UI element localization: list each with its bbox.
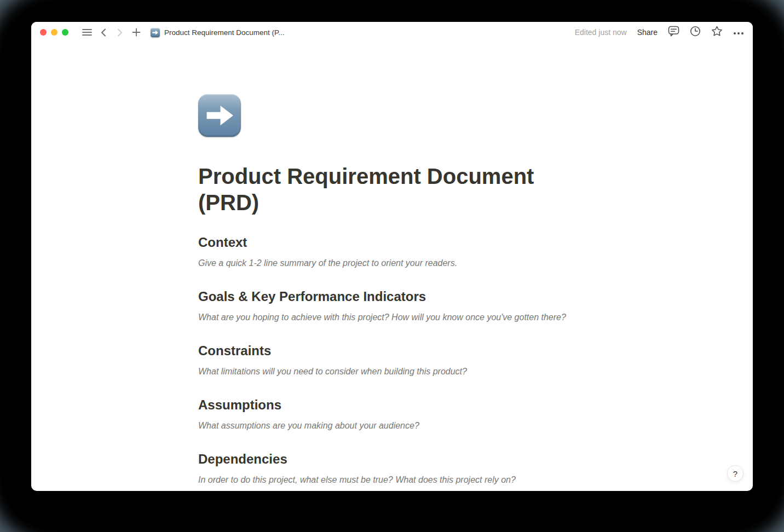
question-mark-icon: ? xyxy=(733,469,737,478)
section-heading[interactable]: Constraints xyxy=(198,343,586,359)
titlebar: Product Requirement Document (P... Edite… xyxy=(31,22,753,43)
close-window-button[interactable] xyxy=(40,29,47,36)
section-heading[interactable]: Assumptions xyxy=(198,397,586,413)
page-title[interactable]: Product Requirement Document (PRD) xyxy=(198,163,560,216)
tab-title: Product Requirement Document (P... xyxy=(164,28,285,37)
section-description[interactable]: What are you hoping to achieve with this… xyxy=(198,311,586,324)
doc-section: Assumptions What assumptions are you mak… xyxy=(198,397,586,432)
right-arrow-emoji-icon xyxy=(151,28,160,37)
doc-section: Dependencies In order to do this project… xyxy=(198,451,586,487)
comments-button[interactable] xyxy=(668,26,679,39)
back-button[interactable] xyxy=(97,26,110,39)
favorite-button[interactable] xyxy=(711,26,723,39)
star-icon xyxy=(711,26,723,39)
active-tab[interactable]: Product Requirement Document (P... xyxy=(151,28,285,37)
comment-bubble-icon xyxy=(668,26,679,39)
traffic-lights xyxy=(40,29,68,36)
doc-section: Constraints What limitations will you ne… xyxy=(198,343,586,378)
page-history-button[interactable] xyxy=(690,26,701,39)
chevron-right-icon xyxy=(117,28,123,37)
section-heading[interactable]: Context xyxy=(198,234,586,251)
notion-window: Product Requirement Document (P... Edite… xyxy=(31,22,753,491)
page-icon-right-arrow-emoji[interactable] xyxy=(198,94,241,137)
more-options-button[interactable] xyxy=(733,27,744,37)
section-description[interactable]: Give a quick 1-2 line summary of the pro… xyxy=(198,257,586,270)
section-description[interactable]: What limitations will you need to consid… xyxy=(198,365,586,378)
section-heading[interactable]: Goals & Key Performance Indicators xyxy=(198,288,586,305)
doc-section: Context Give a quick 1-2 line summary of… xyxy=(198,234,586,270)
edited-status: Edited just now xyxy=(575,28,627,37)
section-description[interactable]: What assumptions are you making about yo… xyxy=(198,419,586,432)
share-button[interactable]: Share xyxy=(637,28,658,37)
forward-button[interactable] xyxy=(113,26,126,39)
section-description[interactable]: In order to do this project, what else m… xyxy=(198,473,586,487)
chevron-left-icon xyxy=(101,28,106,37)
help-button[interactable]: ? xyxy=(727,465,743,482)
doc-section: Goals & Key Performance Indicators What … xyxy=(198,288,586,324)
new-tab-button[interactable] xyxy=(130,26,143,39)
sections: Context Give a quick 1-2 line summary of… xyxy=(198,234,586,487)
sidebar-menu-button[interactable] xyxy=(80,26,94,39)
section-heading[interactable]: Dependencies xyxy=(198,451,586,467)
hamburger-menu-icon xyxy=(82,28,92,36)
ellipsis-icon xyxy=(733,27,744,37)
clock-icon xyxy=(690,26,701,39)
zoom-window-button[interactable] xyxy=(62,29,68,36)
minimize-window-button[interactable] xyxy=(51,29,57,36)
page-scroll-area[interactable]: Product Requirement Document (PRD) Conte… xyxy=(31,43,753,491)
plus-icon xyxy=(132,28,141,37)
